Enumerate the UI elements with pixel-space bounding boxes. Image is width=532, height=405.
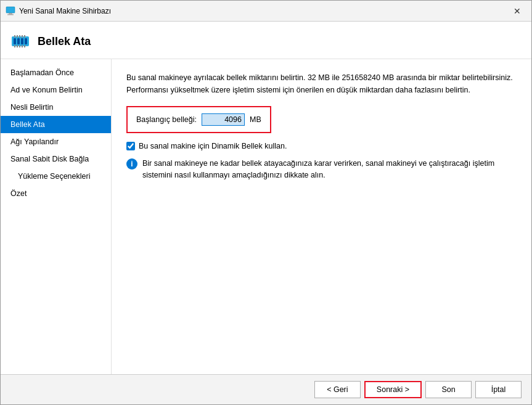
info-icon: i (126, 158, 137, 170)
sidebar-item-ozet[interactable]: Özet (1, 185, 111, 202)
dynamic-memory-label: Bu sanal makine için Dinamik Bellek kull… (139, 142, 287, 150)
svg-rect-14 (17, 45, 18, 47)
sidebar-item-baslmadan-once[interactable]: Başlamadan Önce (1, 64, 111, 81)
dynamic-memory-row: Bu sanal makine için Dinamik Bellek kull… (126, 142, 517, 150)
svg-rect-8 (14, 35, 15, 38)
svg-rect-2 (7, 14, 14, 15)
svg-rect-15 (19, 45, 20, 47)
svg-rect-17 (24, 45, 25, 47)
sidebar-item-disk[interactable]: Sanal Sabit Disk Bağla (1, 150, 111, 168)
page-title: Bellek Ata (38, 35, 91, 48)
svg-rect-4 (14, 38, 16, 44)
body-area: Başlamadan Önce Ad ve Konum Belirtin Nes… (1, 59, 531, 374)
title-bar: Yeni Sanal Makine Sihirbazı ✕ (1, 1, 531, 22)
window-title: Yeni Sanal Makine Sihirbazı (19, 7, 111, 15)
memory-input[interactable] (202, 113, 245, 126)
sidebar-item-yukleme[interactable]: Yükleme Seçenekleri (1, 168, 111, 185)
main-window: Yeni Sanal Makine Sihirbazı ✕ (0, 0, 532, 405)
sidebar-item-ag[interactable]: Ağı Yapılandır (1, 133, 111, 150)
memory-unit: MB (250, 115, 261, 124)
main-wrapper: Bellek Ata Başlamadan Önce Ad ve Konum B… (1, 22, 531, 404)
title-bar-left: Yeni Sanal Makine Sihirbazı (6, 6, 111, 16)
svg-rect-13 (14, 45, 15, 47)
cancel-button[interactable]: İptal (475, 381, 522, 398)
sidebar-item-nesil[interactable]: Nesli Belirtin (1, 99, 111, 116)
close-button[interactable]: ✕ (508, 4, 526, 18)
memory-section: Başlangıç belleği: MB (126, 106, 271, 133)
svg-rect-5 (17, 38, 20, 44)
memory-label: Başlangıç belleği: (136, 115, 197, 124)
finish-button[interactable]: Son (425, 381, 472, 398)
back-button[interactable]: < Geri (314, 381, 361, 398)
info-text: Bir sanal makineye ne kadar bellek ataya… (142, 158, 517, 181)
svg-rect-6 (21, 38, 23, 44)
svg-rect-12 (24, 35, 25, 38)
svg-rect-11 (22, 35, 23, 38)
svg-rect-10 (19, 35, 20, 38)
description: Bu sanal makineye ayrılacak bellek mikta… (126, 72, 517, 96)
footer: < Geri Sonraki > Son İptal (1, 374, 531, 404)
header-memory-icon (10, 31, 30, 51)
svg-rect-7 (25, 38, 27, 44)
sidebar-item-bellek[interactable]: Bellek Ata (1, 116, 111, 133)
svg-rect-1 (9, 13, 12, 14)
main-panel: Bu sanal makineye ayrılacak bellek mikta… (112, 59, 531, 374)
sidebar: Başlamadan Önce Ad ve Konum Belirtin Nes… (1, 59, 112, 374)
info-row: i Bir sanal makineye ne kadar bellek ata… (126, 158, 517, 181)
app-icon (6, 6, 15, 16)
next-button[interactable]: Sonraki > (364, 381, 422, 398)
svg-rect-16 (22, 45, 23, 47)
svg-rect-9 (17, 35, 18, 38)
sidebar-item-ad-konum[interactable]: Ad ve Konum Belirtin (1, 81, 111, 99)
dynamic-memory-checkbox[interactable] (126, 142, 135, 150)
page-header: Bellek Ata (1, 22, 531, 59)
svg-rect-0 (6, 7, 15, 13)
